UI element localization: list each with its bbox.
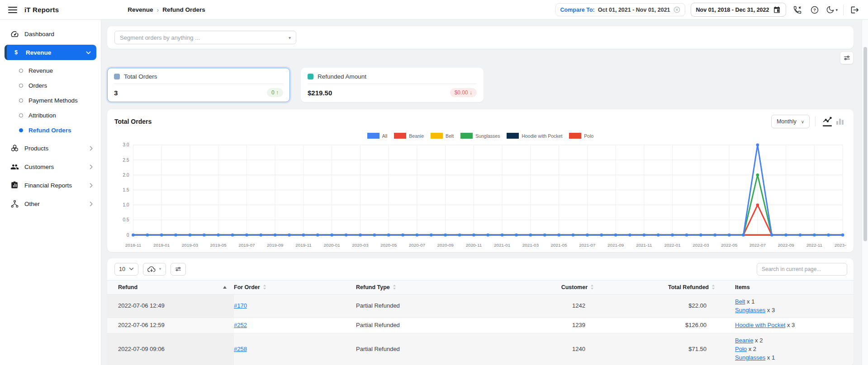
chevron-down-icon: ▾ [835, 8, 838, 12]
page-size-value: 10 [119, 266, 125, 272]
legend-item-all[interactable]: All [367, 133, 388, 139]
legend-label: Polo [584, 133, 593, 139]
products-icon [10, 144, 19, 153]
legend-label: Belt [446, 133, 454, 139]
stat-swatch [308, 74, 313, 80]
main-content: Segment orders by anything ... ▾ Total O… [101, 20, 862, 365]
sidebar-subitem-refund-orders[interactable]: Refund Orders [0, 123, 101, 138]
page-size-select[interactable]: 10 [114, 263, 138, 276]
sidebar-item-other[interactable]: Other [0, 196, 101, 211]
svg-text:2022-03: 2022-03 [693, 243, 709, 248]
date-range-control[interactable]: Nov 01, 2018 - Dec 31, 2022 [691, 3, 787, 17]
sidebar-item-dashboard[interactable]: Dashboard [0, 26, 101, 42]
cell-refund-type: Partial Refunded [356, 294, 487, 318]
sidebar-subitem-revenue[interactable]: Revenue [0, 63, 101, 78]
chevron-down-icon: ▾ [289, 35, 291, 40]
legend-item-hoodie-with-pocket[interactable]: Hoodie with Pocket [507, 133, 562, 139]
svg-text:2021-09: 2021-09 [607, 243, 624, 248]
table-row: 2022-07-06 12:59#252Partial Refunded1239… [107, 318, 854, 333]
dark-mode-toggle[interactable]: ▾ [826, 5, 838, 14]
sidebar-subitem-orders[interactable]: Orders [0, 78, 101, 93]
cell-customer: 1239 [487, 318, 593, 333]
circle-x-icon[interactable] [674, 6, 680, 13]
cell-total-refunded: $71.50 [593, 333, 715, 365]
item-line: Polo x 2 [735, 345, 854, 354]
column-label: Items [735, 284, 750, 290]
sidebar: Dashboard$RevenueRevenueOrdersPayment Me… [0, 20, 101, 365]
column-header-for-order[interactable]: For Order [234, 280, 356, 294]
column-header-refund[interactable]: Refund [107, 280, 234, 294]
circle-bullet-icon [19, 98, 23, 103]
sidebar-item-revenue[interactable]: $Revenue [5, 45, 96, 60]
compare-to-control[interactable]: Compare To: Oct 01, 2021 - Nov 01, 2021 [555, 3, 685, 16]
svg-text:0.5: 0.5 [123, 217, 129, 222]
table-search-input[interactable] [757, 263, 847, 276]
cell-items: Hoodie with Pocket x 3 [715, 318, 854, 333]
stat-value: $219.50 [308, 89, 332, 97]
breadcrumb-refund-orders: Refund Orders [162, 6, 205, 13]
legend-swatch [431, 133, 443, 139]
page-scrollbar [862, 20, 868, 365]
export-button[interactable]: ▼ [143, 263, 166, 276]
cell-refund-type: Partial Refunded [356, 333, 487, 365]
sidebar-item-products[interactable]: Products [0, 140, 101, 156]
table-header-row: RefundFor OrderRefund TypeCustomerTotal … [107, 280, 854, 294]
scrollbar-thumb[interactable] [863, 47, 867, 241]
line-chart: 00.51.01.52.02.53.02018-112019-012019-03… [114, 140, 846, 250]
legend-item-beanie[interactable]: Beanie [394, 133, 424, 139]
item-link[interactable]: Belt [735, 298, 745, 305]
interval-select[interactable]: Monthly ∨ [771, 115, 810, 128]
sort-asc-icon [223, 286, 227, 289]
page-filter-settings-button[interactable] [840, 51, 854, 64]
item-link[interactable]: Sunglasses [735, 307, 765, 314]
legend-item-belt[interactable]: Belt [431, 133, 454, 139]
chart-card: Total Orders Monthly ∨ AllBeanieBeltSung… [107, 109, 854, 252]
sidebar-item-label: Financial Reports [24, 182, 72, 189]
dollar-icon: $ [11, 49, 20, 56]
segment-search-input[interactable]: Segment orders by anything ... ▾ [114, 31, 296, 44]
item-link[interactable]: Sunglasses [735, 354, 765, 361]
order-link[interactable]: #170 [234, 302, 247, 309]
column-header-customer[interactable]: Customer [487, 280, 593, 294]
svg-text:0: 0 [127, 233, 129, 238]
cell-refund-type: Partial Refunded [356, 318, 487, 333]
svg-text:2023-01: 2023-01 [835, 243, 846, 248]
help-icon[interactable]: ? [809, 4, 821, 16]
cell-for-order: #252 [234, 318, 356, 333]
moon-icon [826, 5, 835, 14]
sidebar-subitem-attribution[interactable]: Attribution [0, 108, 101, 123]
table-settings-button[interactable] [171, 263, 186, 276]
segment-placeholder: Segment orders by anything ... [120, 34, 200, 41]
svg-text:2019-03: 2019-03 [182, 243, 199, 248]
bar-chart-toggle-icon[interactable] [834, 116, 846, 127]
stat-card-total-orders[interactable]: Total Orders30 ↑ [107, 68, 290, 102]
svg-text:2020-01: 2020-01 [324, 243, 340, 248]
sidebar-item-financial-reports[interactable]: Financial Reports [0, 178, 101, 193]
item-link[interactable]: Beanie [735, 337, 753, 344]
stat-swatch [114, 74, 120, 80]
hamburger-menu-icon[interactable] [8, 7, 17, 13]
legend-item-polo[interactable]: Polo [569, 133, 593, 139]
column-header-refund-type[interactable]: Refund Type [356, 280, 487, 294]
column-header-total-refunded[interactable]: Total Refunded [593, 280, 715, 294]
line-chart-toggle-icon[interactable] [821, 116, 834, 127]
logout-icon[interactable] [849, 4, 861, 16]
column-label: Refund Type [356, 284, 390, 290]
sidebar-item-customers[interactable]: Customers [0, 159, 101, 174]
legend-label: All [382, 133, 388, 139]
item-line: Sunglasses x 3 [735, 306, 854, 315]
sidebar-subitem-payment-methods[interactable]: Payment Methods [0, 93, 101, 108]
phone-incoming-icon[interactable] [792, 4, 803, 16]
stat-card-refunded-amount[interactable]: Refunded Amount$219.50$0.00 ↓ [301, 68, 484, 102]
order-link[interactable]: #252 [234, 322, 247, 328]
item-link[interactable]: Hoodie with Pocket [735, 322, 785, 328]
column-label: Refund [118, 284, 138, 290]
svg-text:1.5: 1.5 [123, 187, 129, 192]
sidebar-subitem-label: Payment Methods [28, 97, 78, 104]
chart-title: Total Orders [114, 118, 152, 125]
breadcrumb-revenue[interactable]: Revenue [128, 6, 153, 13]
item-link[interactable]: Polo [735, 346, 747, 352]
legend-item-sunglasses[interactable]: Sunglasses [460, 133, 500, 139]
order-link[interactable]: #258 [234, 346, 247, 352]
svg-text:2021-07: 2021-07 [579, 243, 595, 248]
